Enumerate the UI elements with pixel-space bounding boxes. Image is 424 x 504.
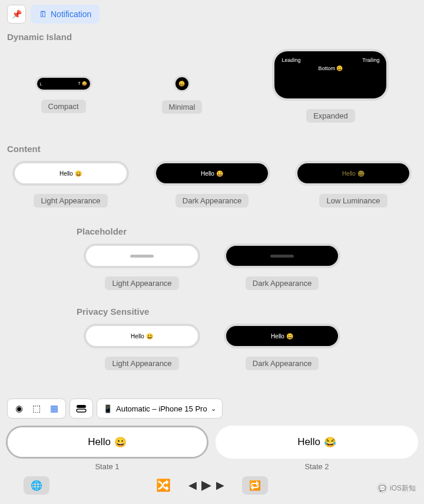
svg-rect-0 — [77, 405, 86, 408]
di-expanded-label: Expanded — [306, 109, 355, 123]
globe-icon: 🌐 — [31, 480, 42, 491]
placeholder-bar-icon — [270, 255, 294, 258]
di-expanded-leading: Leading — [281, 57, 300, 63]
emoji-icon: 😀 — [75, 170, 82, 177]
di-expanded-preview[interactable]: Leading Trailing Bottom 😀 — [272, 49, 389, 101]
content-light: Hello 😀 Light Appearance — [12, 161, 129, 207]
wechat-icon: 💬 — [377, 483, 387, 493]
notification-tab[interactable]: 🗓 Notification — [31, 5, 100, 24]
emoji-icon: 😀 — [82, 81, 87, 85]
state-2-label: State 2 — [304, 462, 329, 471]
privacy-light: Hello 😀 Light Appearance — [84, 324, 200, 370]
state-1-label: State 1 — [95, 462, 119, 471]
content-dark-preview[interactable]: Hello 😀 — [154, 161, 270, 186]
section-placeholder: Placeholder — [0, 223, 424, 241]
content-light-label: Light Appearance — [34, 194, 107, 207]
pin-icon: 📌 — [12, 9, 22, 19]
variants-icon — [76, 404, 87, 413]
content-dark: Hello 😀 Dark Appearance — [154, 161, 270, 207]
device-picker-label: Automatic – iPhone 15 Pro — [116, 404, 207, 413]
section-content: Content — [0, 140, 424, 159]
privacy-dark: Hello 😀 Dark Appearance — [224, 324, 340, 370]
placeholder-light-preview[interactable] — [84, 243, 200, 268]
emoji-icon: 😀 — [357, 170, 365, 177]
play-button[interactable]: ▶ — [201, 477, 211, 493]
di-expanded-bottom: Bottom 😀 — [318, 65, 343, 71]
content-low-preview[interactable]: Hello 😀 — [295, 161, 412, 186]
grid-button[interactable]: ▦ — [45, 400, 63, 417]
state-2: Hello 😂 State 2 — [216, 426, 418, 471]
di-minimal-preview[interactable]: 😀 — [174, 75, 190, 92]
emoji-icon: 😀 — [178, 81, 185, 87]
content-light-preview[interactable]: Hello 😀 — [12, 161, 129, 186]
dynamic-island-expanded: Leading Trailing Bottom 😀 Expanded — [272, 49, 389, 123]
di-expanded-trailing: Trailing — [362, 57, 379, 63]
dynamic-island-compact: L T 😀 Compact — [35, 76, 92, 113]
emoji-icon: 😀 — [216, 170, 223, 177]
content-dark-label: Dark Appearance — [175, 194, 249, 207]
emoji-icon: 😀 — [114, 436, 127, 449]
emoji-icon: 😂 — [324, 436, 336, 449]
watermark-text: iOS新知 — [390, 483, 416, 493]
di-minimal-label: Minimal — [162, 100, 203, 114]
globe-button[interactable]: 🌐 — [24, 476, 49, 495]
privacy-light-preview[interactable]: Hello 😀 — [84, 324, 200, 348]
privacy-dark-preview[interactable]: Hello 😀 — [224, 324, 340, 348]
emoji-icon: 😀 — [286, 333, 293, 340]
placeholder-light: Light Appearance — [84, 243, 200, 290]
di-compact-t: T 😀 — [78, 81, 87, 86]
shuffle-button[interactable]: 🔀 — [156, 478, 171, 492]
state-2-preview[interactable]: Hello 😂 — [216, 426, 418, 459]
notification-label: Notification — [51, 9, 91, 19]
svg-rect-1 — [77, 409, 86, 412]
content-low-luminance: Hello 😀 Low Luminance — [295, 161, 412, 207]
section-privacy: Privacy Sensitive — [0, 303, 424, 321]
dynamic-island-minimal: 😀 Minimal — [162, 75, 203, 114]
selectable-button[interactable]: ⬚ — [28, 400, 45, 417]
chevron-down-icon: ⌄ — [211, 405, 216, 413]
di-compact-label: Compact — [41, 100, 86, 113]
placeholder-dark-preview[interactable] — [224, 243, 340, 268]
section-dynamic-island: Dynamic Island — [0, 28, 424, 47]
placeholder-dark: Dark Appearance — [224, 243, 340, 290]
playback-controls: ◀ ▶ ▶ — [188, 477, 224, 493]
repeat-button[interactable]: 🔁 — [242, 476, 268, 495]
state-1: Hello 😀 State 1 — [6, 426, 208, 471]
watermark: 💬 iOS新知 — [377, 483, 416, 493]
placeholder-dark-label: Dark Appearance — [246, 276, 319, 290]
emoji-icon: 😀 — [146, 333, 153, 340]
next-button[interactable]: ▶ — [216, 479, 224, 492]
view-controls-group: ◉ ⬚ ▦ — [7, 398, 66, 419]
di-compact-preview[interactable]: L T 😀 — [35, 76, 92, 91]
di-compact-l: L — [40, 82, 42, 86]
content-low-label: Low Luminance — [319, 194, 387, 207]
state-1-preview[interactable]: Hello 😀 — [6, 426, 208, 459]
placeholder-bar-icon — [130, 255, 154, 258]
variants-button[interactable] — [72, 400, 90, 417]
live-button[interactable]: ◉ — [10, 400, 28, 417]
privacy-light-label: Light Appearance — [105, 357, 178, 370]
variant-controls-group — [69, 398, 93, 419]
prev-button[interactable]: ◀ — [188, 479, 197, 492]
device-picker[interactable]: 📱 Automatic – iPhone 15 Pro ⌄ — [97, 398, 223, 419]
pin-button[interactable]: 📌 — [7, 5, 26, 24]
placeholder-light-label: Light Appearance — [105, 276, 178, 290]
phone-icon: 📱 — [103, 404, 112, 413]
repeat-icon: 🔁 — [249, 480, 261, 491]
calendar-icon: 🗓 — [39, 9, 47, 19]
privacy-dark-label: Dark Appearance — [246, 357, 319, 370]
